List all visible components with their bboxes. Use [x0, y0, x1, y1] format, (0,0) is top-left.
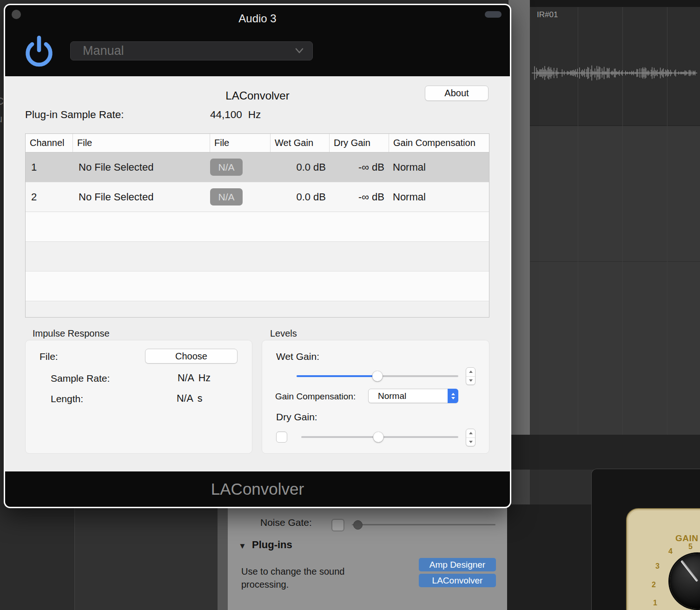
noise-gate-checkbox[interactable]	[331, 519, 344, 531]
screen: IR#01 I C u Noise Gate: ▼ Plug-ins Use t…	[0, 0, 700, 610]
dry-gain-value: -∞ dB	[330, 161, 389, 173]
plugins-description: Use to change the sound processing.	[241, 565, 370, 591]
knob-number: 1	[653, 599, 657, 607]
knob-number: 2	[652, 581, 656, 589]
empty-table-row[interactable]	[26, 212, 489, 242]
bg-text-fragment: C	[0, 95, 4, 107]
wet-gain-value: 0.0 dB	[271, 191, 330, 203]
file-label: File:	[40, 351, 58, 362]
wet-gain-label: Wet Gain:	[276, 351, 319, 362]
channel-table: Channel File File Wet Gain Dry Gain Gain…	[25, 133, 489, 318]
levels-group: Wet Gain: Gain Compensation: Normal Dry …	[262, 340, 489, 454]
bg-text-fragment: u	[0, 113, 2, 125]
disclosure-triangle-icon[interactable]: ▼	[238, 542, 246, 551]
plugin-window: Audio 3 Manual LAConvolver About Plug-in…	[4, 4, 511, 508]
wet-gain-slider[interactable]	[297, 371, 458, 381]
gain-knob-label: GAIN	[675, 533, 699, 544]
chevron-down-icon	[295, 47, 304, 54]
ir-length-label: Length:	[51, 393, 83, 404]
sample-rate-value: 44,100 Hz	[210, 109, 261, 121]
ir-length-value: N/A s	[177, 393, 203, 404]
plugins-section-label: Plug-ins	[252, 539, 292, 551]
gain-compensation-select[interactable]: Normal	[368, 389, 458, 403]
knob-number: 4	[668, 547, 673, 556]
window-title: Audio 3	[5, 12, 510, 25]
laconvolver-button[interactable]: LAConvolver	[419, 574, 496, 587]
ir-sample-rate-label: Sample Rate:	[51, 373, 110, 384]
dry-gain-label: Dry Gain:	[276, 411, 317, 423]
amp-designer-button[interactable]: Amp Designer	[419, 558, 496, 571]
gain-compensation-selected: Normal	[378, 391, 406, 401]
window-minimize-button[interactable]	[485, 11, 502, 18]
gain-compensation-value: Normal	[389, 191, 489, 203]
plugin-titlebar: Audio 3 Manual	[5, 5, 510, 76]
table-header-row: Channel File File Wet Gain Dry Gain Gain…	[26, 134, 489, 152]
noise-gate-label: Noise Gate:	[260, 517, 312, 528]
empty-table-row[interactable]	[26, 301, 489, 317]
table-row[interactable]: 2 No File Selected N/A 0.0 dB -∞ dB Norm…	[26, 182, 489, 212]
background-strip	[508, 0, 530, 437]
ir-panel-lower	[530, 126, 700, 435]
ir-name-label: IR#01	[537, 10, 558, 20]
channel-number: 2	[26, 191, 73, 203]
ir-panel-topbar	[530, 0, 700, 7]
sample-rate-label: Plug-in Sample Rate:	[25, 109, 124, 121]
amp-graphic: GAIN 5 4 3 2 1	[591, 469, 700, 610]
knob-number: 3	[655, 562, 660, 570]
background-area	[0, 504, 74, 610]
column-header[interactable]: File	[73, 134, 210, 152]
knob-number: 5	[688, 543, 693, 551]
gain-compensation-label: Gain Compensation:	[275, 391, 356, 402]
background-divider	[218, 504, 228, 610]
preset-dropdown-value: Manual	[83, 44, 124, 58]
empty-table-row[interactable]	[26, 242, 489, 272]
preset-dropdown[interactable]: Manual	[70, 41, 313, 60]
file-na-button[interactable]: N/A	[210, 188, 243, 206]
column-header[interactable]: Dry Gain	[330, 134, 389, 152]
background-area	[74, 504, 218, 610]
noise-gate-slider[interactable]	[352, 524, 495, 525]
table-row[interactable]: 1 No File Selected N/A 0.0 dB -∞ dB Norm…	[26, 152, 489, 182]
file-na-button[interactable]: N/A	[210, 159, 243, 176]
dry-gain-slider-thumb[interactable]	[373, 432, 383, 442]
ir-waveform-panel: IR#01	[530, 0, 700, 435]
plugin-footer-title: LAConvolver	[211, 480, 304, 498]
empty-table-row[interactable]	[26, 272, 489, 301]
impulse-response-group: File: Choose Sample Rate: N/A Hz Length:…	[25, 340, 252, 454]
wet-gain-stepper[interactable]	[466, 367, 475, 385]
audio-waveform	[532, 63, 699, 83]
wet-gain-value: 0.0 dB	[271, 161, 330, 173]
plugin-footer: LAConvolver	[5, 471, 510, 507]
noise-gate-slider-thumb[interactable]	[353, 520, 363, 530]
dry-gain-stepper[interactable]	[466, 429, 475, 446]
file-name: No File Selected	[73, 161, 210, 173]
wet-gain-slider-thumb[interactable]	[372, 371, 383, 381]
popup-stepper-icon	[448, 389, 458, 403]
about-button[interactable]: About	[425, 86, 489, 101]
stepper-up[interactable]	[466, 429, 475, 438]
stepper-down[interactable]	[466, 377, 475, 385]
dry-gain-slider[interactable]	[301, 432, 458, 442]
dry-gain-value: -∞ dB	[330, 191, 389, 203]
column-header[interactable]: Wet Gain	[271, 134, 330, 152]
column-header[interactable]: Channel	[26, 134, 73, 152]
plugin-content: LAConvolver About Plug-in Sample Rate: 4…	[5, 76, 510, 471]
channel-number: 1	[26, 161, 73, 173]
column-header[interactable]: File	[210, 134, 271, 152]
gain-knob-pointer	[680, 560, 698, 582]
file-name: No File Selected	[73, 191, 210, 203]
divider	[530, 261, 700, 262]
stepper-down[interactable]	[466, 438, 475, 446]
gain-compensation-value: Normal	[389, 161, 489, 173]
levels-group-label: Levels	[270, 328, 297, 339]
column-header[interactable]: Gain Compensation	[389, 134, 489, 152]
slider-fill	[297, 375, 377, 377]
ir-sample-rate-value: N/A Hz	[178, 372, 211, 384]
background-area	[509, 435, 700, 470]
bypass-power-button[interactable]	[23, 34, 55, 67]
stepper-up[interactable]	[466, 368, 475, 377]
choose-file-button[interactable]: Choose	[145, 349, 238, 364]
dry-gain-checkbox[interactable]	[276, 431, 287, 443]
impulse-response-group-label: Impulse Response	[33, 328, 110, 339]
background-area	[507, 504, 591, 610]
